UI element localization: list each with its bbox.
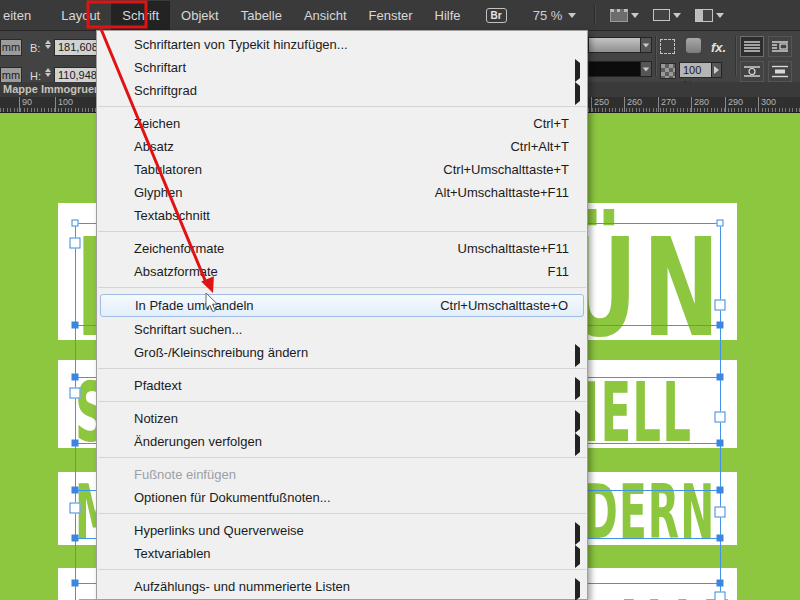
step-down-icon [45, 45, 51, 49]
drop-shadow-icon[interactable] [686, 38, 701, 53]
chevron-down-icon [568, 13, 576, 18]
document-tab[interactable]: Mappe Immogruen [3, 83, 101, 95]
menu-item-hyperlinks[interactable]: Hyperlinks und Querverweise [97, 519, 587, 542]
width-stepper[interactable] [43, 40, 52, 49]
menu-item-glyphen[interactable]: GlyphenAlt+Umschalttaste+F11 [97, 181, 587, 204]
submenu-arrow-icon [575, 549, 580, 564]
chevron-down-icon [631, 13, 639, 18]
menu-item-label: Tabulatoren [134, 162, 202, 177]
menubar-item-bearbeiten[interactable]: eiten [0, 1, 42, 30]
opacity-icon[interactable] [660, 63, 676, 79]
selection-handle[interactable] [72, 580, 79, 587]
bridge-button[interactable]: Br [486, 8, 507, 23]
selection-handle[interactable] [72, 440, 79, 447]
menubar-item-tabelle[interactable]: Tabelle [230, 1, 293, 30]
fill-dropdown-arrow[interactable] [640, 61, 652, 77]
menu-item-typekit[interactable]: Schriftarten von Typekit hinzufügen... [97, 33, 587, 56]
indesign-window: { "menubar": { "items": ["eiten", "Layou… [0, 0, 800, 600]
menu-item-aenderungen-verfolgen[interactable]: Änderungen verfolgen [97, 430, 587, 453]
submenu-arrow-icon [575, 437, 580, 452]
selection-handle[interactable] [715, 412, 726, 423]
width-label: B: [30, 42, 40, 54]
menubar-item-objekt[interactable]: Objekt [170, 1, 230, 30]
selection-handle[interactable] [70, 503, 81, 514]
selection-handle[interactable] [717, 580, 724, 587]
menu-item-gross-kleinschreibung[interactable]: Groß-/Kleinschreibung ändern [97, 341, 587, 364]
application-bar-control[interactable] [610, 9, 639, 22]
selection-handle[interactable] [70, 238, 81, 249]
menu-item-in-pfade-umwandeln[interactable]: In Pfade umwandelnCtrl+Umschalttaste+O [100, 294, 584, 317]
menu-item-absatzformate[interactable]: AbsatzformateF11 [97, 260, 587, 283]
selection-handle[interactable] [72, 374, 79, 381]
menu-item-textabschnitt[interactable]: Textabschnitt [97, 204, 587, 227]
menu-item-zeichenformate[interactable]: ZeichenformateUmschalttaste+F11 [97, 237, 587, 260]
wrap-object-shape-button[interactable] [740, 61, 764, 82]
menu-item-aufzaehlungslisten[interactable]: Aufzählungs- und nummerierte Listen [97, 575, 587, 598]
step-down-icon [45, 73, 51, 77]
view-options-control[interactable] [653, 9, 681, 21]
selection-frame-left-edge[interactable] [75, 223, 76, 600]
frame-edge-icon[interactable] [660, 39, 675, 54]
selection-handle[interactable] [717, 440, 724, 447]
menu-item-schriftgrad[interactable]: Schriftgrad [97, 79, 587, 102]
wrap-bounding-box-button[interactable] [768, 36, 792, 57]
selection-handle[interactable] [72, 535, 79, 542]
menubar-item-hilfe[interactable]: Hilfe [424, 1, 472, 30]
fx-effects-button[interactable]: fx. [711, 40, 726, 55]
ruler-tick-label: 300 [758, 97, 776, 112]
selection-handle[interactable] [70, 388, 81, 399]
zoom-level-control[interactable]: 75 % [533, 8, 577, 23]
screen-mode-icon [695, 9, 713, 22]
opacity-field[interactable]: 100 % [679, 62, 712, 78]
menu-separator [97, 565, 587, 575]
menu-item-zeichen[interactable]: ZeichenCtrl+T [97, 112, 587, 135]
style-dropdown-arrow[interactable] [640, 37, 652, 53]
menu-item-schriftart[interactable]: Schriftart [97, 56, 587, 79]
ruler-tick-label: 270 [658, 97, 676, 112]
height-stepper[interactable] [43, 68, 52, 77]
selection-handle[interactable] [717, 487, 724, 494]
menu-item-schriftart-suchen[interactable]: Schriftart suchen... [97, 318, 587, 341]
wrap-none-button[interactable] [740, 36, 764, 57]
menu-item-label: Absatz [134, 139, 174, 154]
menu-item-label: Groß-/Kleinschreibung ändern [134, 345, 308, 360]
zoom-level-value: 75 % [533, 8, 563, 23]
ruler-tick-label: 100 [55, 97, 73, 112]
menubar-item-fenster[interactable]: Fenster [358, 1, 424, 30]
selection-handle[interactable] [715, 592, 726, 600]
menu-item-optionen-dokumentfussnoten[interactable]: Optionen für Dokumentfußnoten... [97, 486, 587, 509]
menubar-item-layout[interactable]: Layout [50, 1, 111, 30]
selection-handle[interactable] [72, 220, 79, 227]
menu-separator [97, 453, 587, 463]
menu-item-absatz[interactable]: AbsatzCtrl+Alt+T [97, 135, 587, 158]
submenu-arrow-icon [575, 63, 580, 78]
screen-mode-control[interactable] [695, 9, 724, 22]
menu-item-textvariablen[interactable]: Textvariablen [97, 542, 587, 565]
selection-handle[interactable] [717, 374, 724, 381]
height-label: H: [30, 70, 41, 82]
opacity-arrow[interactable] [711, 62, 722, 78]
menu-item-pfadtext[interactable]: Pfadtext [97, 374, 587, 397]
selection-handle[interactable] [717, 220, 724, 227]
fill-dropdown[interactable] [588, 61, 641, 77]
selection-handle[interactable] [72, 487, 79, 494]
selection-handle[interactable] [715, 300, 726, 311]
selection-handle[interactable] [72, 322, 79, 329]
submenu-arrow-icon [575, 414, 580, 429]
step-up-icon [45, 68, 51, 72]
menu-item-tabulatoren[interactable]: TabulatorenCtrl+Umschalttaste+T [97, 158, 587, 181]
chevron-right-icon [714, 66, 719, 74]
selection-handle[interactable] [717, 322, 724, 329]
menu-item-notizen[interactable]: Notizen [97, 407, 587, 430]
menu-item-shortcut: Ctrl+T [533, 116, 569, 131]
unit-width-field[interactable]: mm [0, 39, 22, 56]
menubar-item-schrift[interactable]: Schrift [111, 1, 170, 30]
style-dropdown[interactable] [588, 37, 641, 53]
menu-separator [97, 227, 587, 237]
selection-handle[interactable] [717, 535, 724, 542]
view-options-icon [653, 9, 670, 21]
menubar-item-ansicht[interactable]: Ansicht [293, 1, 358, 30]
ruler-tick-label: 280 [691, 97, 709, 112]
wrap-jump-object-button[interactable] [768, 61, 792, 82]
selection-handle[interactable] [715, 507, 726, 518]
